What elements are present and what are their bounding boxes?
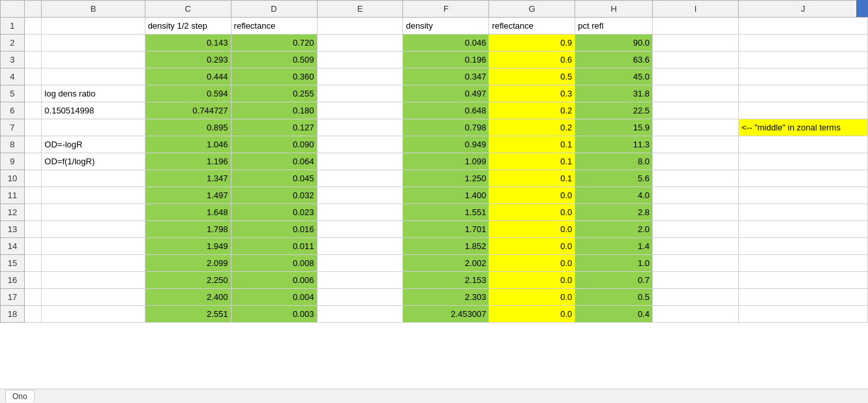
cell-c16[interactable]: 2.250 (145, 272, 231, 289)
cell-g5[interactable]: 0.3 (489, 85, 575, 102)
cell-i17[interactable] (653, 289, 739, 306)
col-header-j[interactable]: J (739, 1, 868, 18)
cell-g17[interactable]: 0.0 (489, 289, 575, 306)
cell-f2[interactable]: 0.046 (403, 35, 489, 52)
cell-d6[interactable]: 0.180 (231, 102, 317, 119)
cell-c17[interactable]: 2.400 (145, 289, 231, 306)
cell-e10[interactable] (317, 170, 403, 187)
cell-h18[interactable]: 0.4 (575, 306, 653, 323)
cell-c18[interactable]: 2.551 (145, 306, 231, 323)
cell-i13[interactable] (653, 221, 739, 238)
cell-i10[interactable] (653, 170, 739, 187)
cell-j13[interactable] (739, 221, 868, 238)
cell-h9[interactable]: 8.0 (575, 153, 653, 170)
cell-i3[interactable] (653, 52, 739, 68)
cell-h5[interactable]: 31.8 (575, 85, 653, 102)
cell-b1[interactable] (42, 18, 145, 35)
cell-j14[interactable] (739, 238, 868, 255)
cell-e4[interactable] (317, 68, 403, 85)
cell-c6[interactable]: 0.744727 (145, 102, 231, 119)
cell-h15[interactable]: 1.0 (575, 255, 653, 272)
cell-f4[interactable]: 0.347 (403, 68, 489, 85)
cell-d16[interactable]: 0.006 (231, 272, 317, 289)
cell-i1[interactable] (653, 18, 739, 35)
cell-e14[interactable] (317, 238, 403, 255)
cell-f12[interactable]: 1.551 (403, 204, 489, 221)
cell-d1[interactable]: reflectance (231, 18, 317, 35)
cell-a2[interactable] (24, 35, 41, 52)
cell-g11[interactable]: 0.0 (489, 187, 575, 204)
col-header-d[interactable]: D (231, 1, 317, 18)
cell-f3[interactable]: 0.196 (403, 52, 489, 68)
cell-j16[interactable] (739, 272, 868, 289)
cell-g1[interactable]: reflectance (489, 18, 575, 35)
cell-j7[interactable]: <-- "middle" in zonal terms (739, 119, 868, 136)
cell-b6[interactable]: 0.150514998 (42, 102, 145, 119)
cell-i6[interactable] (653, 102, 739, 119)
cell-d5[interactable]: 0.255 (231, 85, 317, 102)
col-header-a[interactable] (24, 1, 41, 18)
cell-c15[interactable]: 2.099 (145, 255, 231, 272)
cell-e1[interactable] (317, 18, 403, 35)
cell-a7[interactable] (24, 119, 41, 136)
cell-g18[interactable]: 0.0 (489, 306, 575, 323)
cell-d4[interactable]: 0.360 (231, 68, 317, 85)
cell-e3[interactable] (317, 52, 403, 68)
cell-h17[interactable]: 0.5 (575, 289, 653, 306)
cell-f8[interactable]: 0.949 (403, 136, 489, 153)
cell-j9[interactable] (739, 153, 868, 170)
cell-a14[interactable] (24, 238, 41, 255)
cell-d18[interactable]: 0.003 (231, 306, 317, 323)
cell-g2[interactable]: 0.9 (489, 35, 575, 52)
cell-e11[interactable] (317, 187, 403, 204)
cell-f16[interactable]: 2.153 (403, 272, 489, 289)
cell-g12[interactable]: 0.0 (489, 204, 575, 221)
cell-d9[interactable]: 0.064 (231, 153, 317, 170)
cell-c7[interactable]: 0.895 (145, 119, 231, 136)
cell-e9[interactable] (317, 153, 403, 170)
cell-c12[interactable]: 1.648 (145, 204, 231, 221)
cell-d2[interactable]: 0.720 (231, 35, 317, 52)
cell-i2[interactable] (653, 35, 739, 52)
cell-e8[interactable] (317, 136, 403, 153)
cell-h3[interactable]: 63.6 (575, 52, 653, 68)
sheet-tab[interactable]: Ono (5, 390, 35, 402)
cell-b3[interactable] (42, 52, 145, 68)
cell-g13[interactable]: 0.0 (489, 221, 575, 238)
cell-b15[interactable] (42, 255, 145, 272)
col-header-f[interactable]: F (403, 1, 489, 18)
cell-j15[interactable] (739, 255, 868, 272)
cell-a1[interactable] (24, 18, 41, 35)
cell-f14[interactable]: 1.852 (403, 238, 489, 255)
cell-i4[interactable] (653, 68, 739, 85)
cell-e18[interactable] (317, 306, 403, 323)
cell-g8[interactable]: 0.1 (489, 136, 575, 153)
cell-i15[interactable] (653, 255, 739, 272)
cell-i14[interactable] (653, 238, 739, 255)
cell-a17[interactable] (24, 289, 41, 306)
cell-a5[interactable] (24, 85, 41, 102)
cell-h1[interactable]: pct refl (575, 18, 653, 35)
cell-j18[interactable] (739, 306, 868, 323)
cell-d11[interactable]: 0.032 (231, 187, 317, 204)
cell-c10[interactable]: 1.347 (145, 170, 231, 187)
cell-d8[interactable]: 0.090 (231, 136, 317, 153)
cell-b10[interactable] (42, 170, 145, 187)
cell-g4[interactable]: 0.5 (489, 68, 575, 85)
cell-a12[interactable] (24, 204, 41, 221)
cell-e5[interactable] (317, 85, 403, 102)
cell-i16[interactable] (653, 272, 739, 289)
cell-b12[interactable] (42, 204, 145, 221)
cell-e16[interactable] (317, 272, 403, 289)
cell-h12[interactable]: 2.8 (575, 204, 653, 221)
cell-i18[interactable] (653, 306, 739, 323)
cell-a8[interactable] (24, 136, 41, 153)
col-header-c[interactable]: C (145, 1, 231, 18)
cell-j1[interactable] (739, 18, 868, 35)
cell-j4[interactable] (739, 68, 868, 85)
cell-a6[interactable] (24, 102, 41, 119)
cell-d15[interactable]: 0.008 (231, 255, 317, 272)
cell-j11[interactable] (739, 187, 868, 204)
cell-e15[interactable] (317, 255, 403, 272)
cell-j5[interactable] (739, 85, 868, 102)
